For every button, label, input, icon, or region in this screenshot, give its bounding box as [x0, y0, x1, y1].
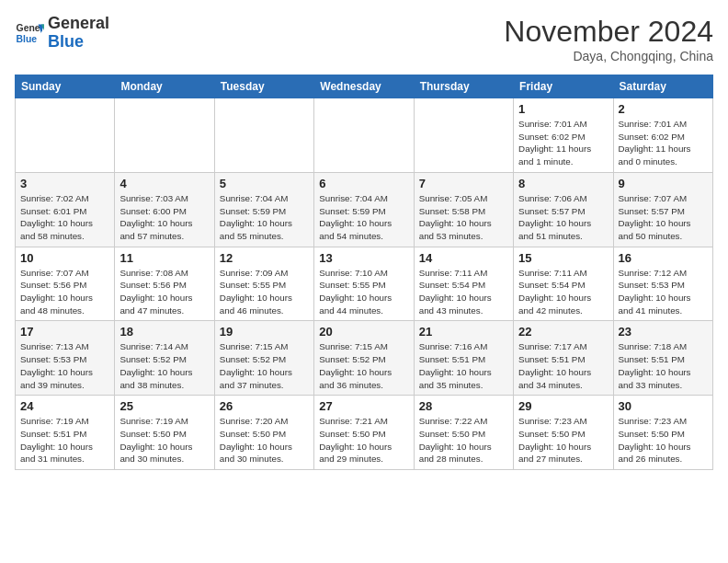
logo-blue-text: Blue — [48, 32, 84, 51]
day-number: 12 — [220, 251, 309, 265]
day-number: 23 — [619, 325, 708, 339]
day-number: 8 — [518, 177, 608, 190]
day-number: 26 — [220, 399, 309, 413]
day-number: 27 — [319, 399, 408, 413]
weekday-header-saturday: Saturday — [613, 75, 712, 98]
calendar-week-4: 17Sunrise: 7:13 AM Sunset: 5:53 PM Dayli… — [16, 321, 713, 396]
day-number: 28 — [419, 399, 508, 413]
day-number: 19 — [220, 325, 309, 339]
day-info: Sunrise: 7:15 AM Sunset: 5:52 PM Dayligh… — [319, 340, 408, 391]
weekday-header-sunday: Sunday — [16, 75, 115, 98]
calendar-cell: 5Sunrise: 7:04 AM Sunset: 5:59 PM Daylig… — [214, 172, 313, 247]
calendar-week-3: 10Sunrise: 7:07 AM Sunset: 5:56 PM Dayli… — [16, 247, 713, 321]
calendar-cell — [314, 98, 414, 173]
day-number: 1 — [518, 102, 608, 116]
day-info: Sunrise: 7:22 AM Sunset: 5:50 PM Dayligh… — [419, 415, 508, 465]
calendar-cell: 26Sunrise: 7:20 AM Sunset: 5:50 PM Dayli… — [214, 396, 313, 470]
day-info: Sunrise: 7:08 AM Sunset: 5:56 PM Dayligh… — [119, 267, 209, 317]
day-number: 17 — [20, 325, 109, 339]
calendar-cell: 10Sunrise: 7:07 AM Sunset: 5:56 PM Dayli… — [16, 247, 115, 321]
day-number: 22 — [518, 325, 608, 339]
day-info: Sunrise: 7:07 AM Sunset: 5:56 PM Dayligh… — [20, 267, 109, 317]
day-number: 18 — [119, 325, 209, 339]
calendar-week-1: 1Sunrise: 7:01 AM Sunset: 6:02 PM Daylig… — [16, 98, 713, 173]
day-info: Sunrise: 7:03 AM Sunset: 6:00 PM Dayligh… — [119, 192, 209, 243]
day-number: 6 — [319, 177, 408, 190]
weekday-header-friday: Friday — [514, 75, 613, 98]
calendar-body: 1Sunrise: 7:01 AM Sunset: 6:02 PM Daylig… — [16, 98, 713, 470]
day-number: 15 — [518, 251, 608, 265]
day-info: Sunrise: 7:18 AM Sunset: 5:51 PM Dayligh… — [619, 340, 708, 391]
calendar-header-row: SundayMondayTuesdayWednesdayThursdayFrid… — [16, 75, 713, 98]
day-info: Sunrise: 7:19 AM Sunset: 5:51 PM Dayligh… — [20, 415, 109, 465]
day-info: Sunrise: 7:23 AM Sunset: 5:50 PM Dayligh… — [619, 415, 708, 465]
day-number: 25 — [119, 399, 209, 413]
svg-text:Blue: Blue — [17, 33, 38, 43]
day-info: Sunrise: 7:23 AM Sunset: 5:50 PM Dayligh… — [518, 415, 608, 465]
weekday-header-wednesday: Wednesday — [314, 75, 414, 98]
calendar-cell: 15Sunrise: 7:11 AM Sunset: 5:54 PM Dayli… — [514, 247, 613, 321]
calendar-cell: 17Sunrise: 7:13 AM Sunset: 5:53 PM Dayli… — [16, 321, 115, 396]
calendar-cell: 13Sunrise: 7:10 AM Sunset: 5:55 PM Dayli… — [314, 247, 414, 321]
calendar-cell: 6Sunrise: 7:04 AM Sunset: 5:59 PM Daylig… — [314, 172, 414, 247]
calendar-cell: 29Sunrise: 7:23 AM Sunset: 5:50 PM Dayli… — [514, 396, 613, 470]
page-header: General Blue General Blue November 2024 … — [15, 15, 713, 63]
day-info: Sunrise: 7:14 AM Sunset: 5:52 PM Dayligh… — [119, 340, 209, 391]
calendar-cell: 2Sunrise: 7:01 AM Sunset: 6:02 PM Daylig… — [613, 98, 712, 173]
day-info: Sunrise: 7:01 AM Sunset: 6:02 PM Dayligh… — [619, 118, 708, 168]
calendar-cell: 12Sunrise: 7:09 AM Sunset: 5:55 PM Dayli… — [214, 247, 313, 321]
calendar-week-2: 3Sunrise: 7:02 AM Sunset: 6:01 PM Daylig… — [16, 172, 713, 247]
calendar-cell: 25Sunrise: 7:19 AM Sunset: 5:50 PM Dayli… — [115, 396, 214, 470]
calendar-week-5: 24Sunrise: 7:19 AM Sunset: 5:51 PM Dayli… — [16, 396, 713, 470]
title-block: November 2024 Daya, Chongqing, China — [504, 15, 713, 63]
calendar-cell: 14Sunrise: 7:11 AM Sunset: 5:54 PM Dayli… — [414, 247, 513, 321]
day-info: Sunrise: 7:07 AM Sunset: 5:57 PM Dayligh… — [619, 192, 708, 243]
calendar-cell: 9Sunrise: 7:07 AM Sunset: 5:57 PM Daylig… — [613, 172, 712, 247]
calendar-cell: 1Sunrise: 7:01 AM Sunset: 6:02 PM Daylig… — [514, 98, 613, 173]
weekday-header-tuesday: Tuesday — [214, 75, 313, 98]
day-info: Sunrise: 7:16 AM Sunset: 5:51 PM Dayligh… — [419, 340, 508, 391]
day-info: Sunrise: 7:15 AM Sunset: 5:52 PM Dayligh… — [220, 340, 309, 391]
day-number: 16 — [619, 251, 708, 265]
calendar-cell — [214, 98, 313, 173]
day-info: Sunrise: 7:04 AM Sunset: 5:59 PM Dayligh… — [220, 192, 309, 243]
day-number: 10 — [20, 251, 109, 265]
calendar-cell — [115, 98, 214, 173]
day-info: Sunrise: 7:01 AM Sunset: 6:02 PM Dayligh… — [518, 118, 608, 168]
calendar-cell: 18Sunrise: 7:14 AM Sunset: 5:52 PM Dayli… — [115, 321, 214, 396]
day-info: Sunrise: 7:04 AM Sunset: 5:59 PM Dayligh… — [319, 192, 408, 243]
day-info: Sunrise: 7:12 AM Sunset: 5:53 PM Dayligh… — [619, 267, 708, 317]
day-number: 20 — [319, 325, 408, 339]
day-number: 13 — [319, 251, 408, 265]
day-info: Sunrise: 7:17 AM Sunset: 5:51 PM Dayligh… — [518, 340, 608, 391]
day-number: 29 — [518, 399, 608, 413]
calendar-table: SundayMondayTuesdayWednesdayThursdayFrid… — [15, 75, 713, 470]
calendar-cell: 4Sunrise: 7:03 AM Sunset: 6:00 PM Daylig… — [115, 172, 214, 247]
day-info: Sunrise: 7:13 AM Sunset: 5:53 PM Dayligh… — [20, 340, 109, 391]
logo-icon: General Blue — [15, 18, 44, 48]
location-text: Daya, Chongqing, China — [504, 49, 713, 63]
day-info: Sunrise: 7:11 AM Sunset: 5:54 PM Dayligh… — [419, 267, 508, 317]
day-info: Sunrise: 7:02 AM Sunset: 6:01 PM Dayligh… — [20, 192, 109, 243]
day-number: 21 — [419, 325, 508, 339]
day-number: 14 — [419, 251, 508, 265]
day-info: Sunrise: 7:11 AM Sunset: 5:54 PM Dayligh… — [518, 267, 608, 317]
weekday-header-thursday: Thursday — [414, 75, 513, 98]
calendar-cell — [414, 98, 513, 173]
calendar-cell: 22Sunrise: 7:17 AM Sunset: 5:51 PM Dayli… — [514, 321, 613, 396]
calendar-cell: 7Sunrise: 7:05 AM Sunset: 5:58 PM Daylig… — [414, 172, 513, 247]
calendar-cell: 16Sunrise: 7:12 AM Sunset: 5:53 PM Dayli… — [613, 247, 712, 321]
day-number: 3 — [20, 177, 109, 190]
weekday-header-monday: Monday — [115, 75, 214, 98]
day-number: 2 — [619, 102, 708, 116]
day-number: 24 — [20, 399, 109, 413]
calendar-cell: 3Sunrise: 7:02 AM Sunset: 6:01 PM Daylig… — [16, 172, 115, 247]
day-number: 7 — [419, 177, 508, 190]
day-number: 5 — [220, 177, 309, 190]
day-number: 11 — [119, 251, 209, 265]
day-number: 9 — [619, 177, 708, 190]
day-number: 4 — [119, 177, 209, 190]
day-info: Sunrise: 7:19 AM Sunset: 5:50 PM Dayligh… — [119, 415, 209, 465]
month-title: November 2024 — [504, 15, 713, 49]
day-info: Sunrise: 7:06 AM Sunset: 5:57 PM Dayligh… — [518, 192, 608, 243]
